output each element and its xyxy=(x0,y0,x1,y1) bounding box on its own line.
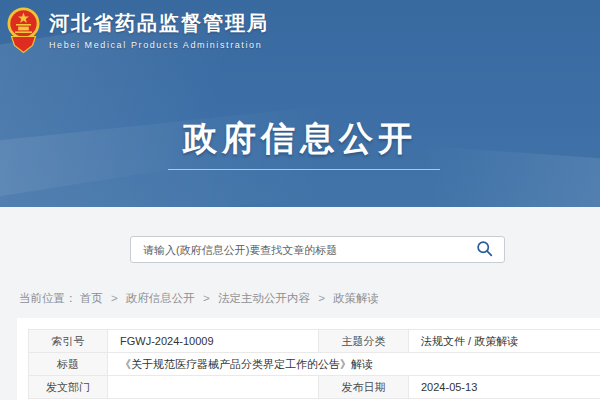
topic-category-value: 法规文件 / 政策解读 xyxy=(409,330,600,353)
breadcrumb-prefix: 当前位置： xyxy=(19,292,77,304)
china-national-emblem-icon xyxy=(7,7,40,58)
index-number-value: FGWJ-2024-10009 xyxy=(108,330,319,353)
breadcrumb-item-statutory-disclosure[interactable]: 法定主动公开内容 xyxy=(218,292,310,304)
breadcrumb-item-policy-interpretation[interactable]: 政策解读 xyxy=(333,292,379,304)
search-input[interactable] xyxy=(131,244,472,256)
breadcrumb: 当前位置： 首页 > 政府信息公开 > 法定主动公开内容 > 政策解读 xyxy=(19,291,379,306)
title-value: 《关于规范医疗器械产品分类界定工作的公告》解读 xyxy=(108,353,600,376)
search-icon xyxy=(476,240,493,260)
title-label: 标题 xyxy=(29,353,108,376)
publish-date-value: 2024-05-13 xyxy=(409,376,600,399)
site-title: 河北省药品监督管理局 xyxy=(49,13,269,33)
table-row: 索引号 FGWJ-2024-10009 主题分类 法规文件 / 政策解读 xyxy=(29,330,600,353)
table-row: 标题 《关于规范医疗器械产品分类界定工作的公告》解读 xyxy=(29,353,600,376)
title-underline xyxy=(168,169,440,170)
breadcrumb-separator: > xyxy=(111,292,118,304)
page: 河北省药品监督管理局 Hebei Medical Products Admini… xyxy=(0,0,600,400)
publish-date-label: 发布日期 xyxy=(319,376,409,399)
document-info-card: 索引号 FGWJ-2024-10009 主题分类 法规文件 / 政策解读 标题 … xyxy=(17,318,600,400)
site-logo[interactable]: 河北省药品监督管理局 Hebei Medical Products Admini… xyxy=(7,7,269,58)
search-box xyxy=(130,236,505,263)
table-row: 发文部门 发布日期 2024-05-13 xyxy=(29,376,600,399)
issuing-department-label: 发文部门 xyxy=(29,376,108,399)
page-title: 政府信息公开 xyxy=(0,116,600,162)
document-info-table: 索引号 FGWJ-2024-10009 主题分类 法规文件 / 政策解读 标题 … xyxy=(28,329,600,399)
issuing-department-value xyxy=(108,376,319,399)
topic-category-label: 主题分类 xyxy=(319,330,409,353)
index-number-label: 索引号 xyxy=(29,330,108,353)
site-title-english: Hebei Medical Products Administration xyxy=(49,40,269,50)
breadcrumb-separator: > xyxy=(318,292,325,304)
breadcrumb-separator: > xyxy=(203,292,210,304)
search-button[interactable] xyxy=(472,240,504,260)
blue-header-section: 河北省药品监督管理局 Hebei Medical Products Admini… xyxy=(0,0,600,207)
breadcrumb-item-gov-info[interactable]: 政府信息公开 xyxy=(126,292,195,304)
breadcrumb-item-home[interactable]: 首页 xyxy=(80,292,103,304)
